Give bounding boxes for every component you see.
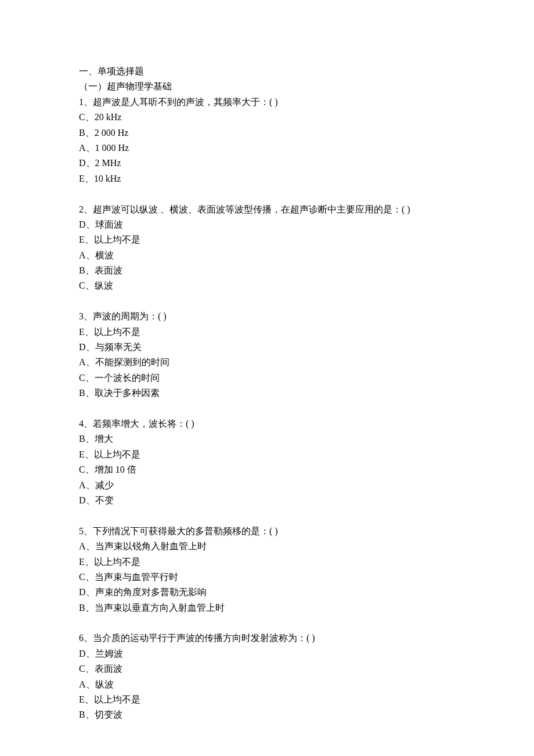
question-stem: 5、下列情况下可获得最大的多普勒频移的是：( ) [79,524,482,539]
document-page: 一、单项选择题 （一）超声物理学基础 1、超声波是人耳听不到的声波，其频率大于：… [0,0,534,756]
question-stem: 6、当介质的运动平行于声波的传播方向时发射波称为：( ) [79,631,482,646]
question-option: C、表面波 [79,661,482,676]
question-option: E、以上均不是 [79,692,482,707]
question-option: A、纵波 [79,677,482,692]
question-option: D、球面波 [79,217,482,232]
question-stem: 4、若频率增大，波长将：( ) [79,416,482,431]
spacer [79,186,482,201]
spacer [79,401,482,416]
question-stem: 1、超声波是人耳听不到的声波，其频率大于：( ) [79,95,482,110]
question-option: B、当声束以垂直方向入射血管上时 [79,600,482,615]
question-option: E、以上均不是 [79,325,482,340]
question-option: D、与频率无关 [79,340,482,355]
question-option: A、1 000 Hz [79,141,482,156]
question-option: D、兰姆波 [79,646,482,661]
question-option: C、纵波 [79,278,482,293]
question-option: E、以上均不是 [79,232,482,247]
question-option: D、不变 [79,493,482,508]
question-option: B、2 000 Hz [79,125,482,141]
question-stem: 2、超声波可以纵波 、横波、表面波等波型传播，在超声诊断中主要应用的是：( ) [79,202,482,217]
spacer [79,508,482,523]
question-option: A、减少 [79,478,482,493]
question-option: B、增大 [79,431,482,447]
question-option: B、取决于多种因素 [79,386,482,401]
question-stem: 3、声波的周期为：( ) [79,309,482,324]
question-option: B、表面波 [79,263,482,278]
spacer [79,294,482,309]
question-option: C、一个波长的时间 [79,370,482,386]
question-option: C、20 kHz [79,110,482,125]
question-option: D、声束的角度对多普勒无影响 [79,585,482,600]
section-heading: 一、单项选择题 [79,64,482,79]
question-option: C、当声束与血管平行时 [79,570,482,585]
question-option: E、10 kHz [79,171,482,186]
question-option: C、增加 10 倍 [79,462,482,477]
subheading: （一）超声物理学基础 [79,79,482,94]
question-option: E、以上均不是 [79,555,482,570]
question-option: A、不能探测到的时间 [79,355,482,370]
question-option: D、2 MHz [79,156,482,171]
spacer [79,615,482,631]
question-option: E、以上均不是 [79,447,482,462]
question-option: A、横波 [79,248,482,263]
question-option: A、当声束以锐角入射血管上时 [79,539,482,554]
question-option: B、切变波 [79,707,482,722]
